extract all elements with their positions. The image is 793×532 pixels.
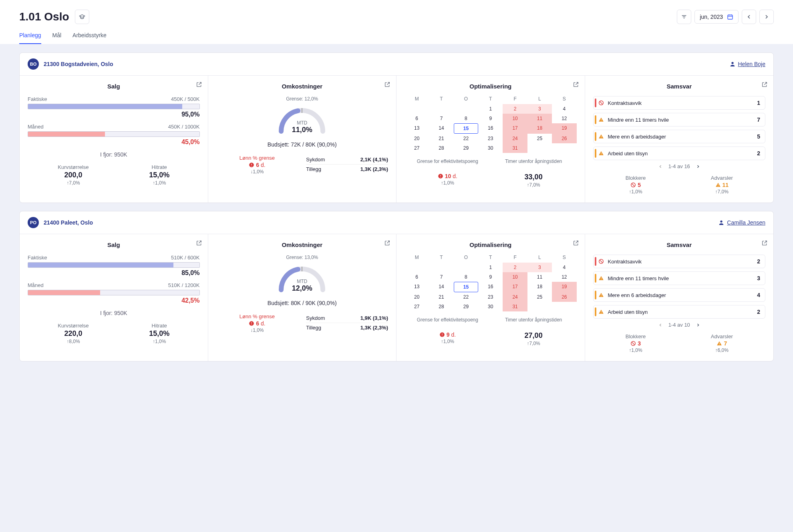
cal-cell[interactable]: 26 (552, 134, 576, 143)
compliance-count: 2 (757, 309, 760, 315)
cal-cell[interactable]: 10 (503, 272, 527, 282)
cal-cell[interactable]: 21 (429, 292, 453, 302)
cal-cell[interactable]: 9 (478, 114, 503, 123)
cal-cell[interactable]: 4 (552, 263, 576, 272)
expand-omkostninger[interactable] (384, 240, 390, 246)
cal-cell[interactable]: 30 (478, 302, 503, 311)
expand-omkostninger[interactable] (384, 81, 390, 88)
cal-cell[interactable]: 1 (478, 104, 503, 114)
cal-cell[interactable]: 17 (503, 123, 527, 134)
cal-cell[interactable]: 24 (503, 134, 527, 143)
expand-salg[interactable] (196, 240, 202, 246)
cal-cell[interactable]: 14 (429, 282, 453, 292)
svg-line-24 (632, 184, 635, 187)
cal-cell[interactable]: 7 (429, 272, 453, 282)
date-picker[interactable]: jun, 2023 (694, 10, 739, 24)
cal-cell[interactable]: 12 (552, 272, 576, 282)
cal-cell[interactable]: 4 (552, 104, 576, 114)
expand-optimalisering[interactable] (573, 240, 579, 246)
blokkere-value: 5 (626, 182, 646, 188)
cal-cell[interactable]: 6 (405, 272, 429, 282)
cal-cell[interactable]: 13 (405, 282, 429, 292)
store-user-link[interactable]: Camilla Jensen (718, 219, 765, 226)
compliance-item[interactable]: Kontraktsavvik 1 (593, 96, 766, 110)
cal-cell[interactable]: 22 (454, 292, 478, 302)
cal-cell[interactable]: 31 (503, 143, 527, 153)
cal-cell[interactable]: 29 (454, 143, 478, 153)
cal-cell[interactable]: 28 (429, 143, 453, 153)
pager-next[interactable] (696, 164, 700, 169)
cal-cell[interactable]: 19 (552, 123, 576, 134)
cal-cell[interactable]: 16 (478, 123, 503, 134)
cal-cell[interactable]: 17 (503, 282, 527, 292)
cal-cell[interactable]: 12 (552, 114, 576, 123)
cal-cell[interactable]: 22 (454, 134, 478, 143)
cal-cell[interactable]: 3 (527, 104, 552, 114)
cal-cell[interactable]: 7 (429, 114, 453, 123)
cal-cell[interactable]: 1 (478, 263, 503, 272)
cal-cell[interactable]: 20 (405, 292, 429, 302)
cal-cell[interactable]: 19 (552, 282, 576, 292)
expand-salg[interactable] (196, 81, 202, 88)
cal-cell[interactable]: 13 (405, 123, 429, 134)
cal-cell[interactable]: 8 (454, 114, 478, 123)
compliance-item[interactable]: Mindre enn 11 timers hvile 3 (593, 271, 766, 285)
compliance-item[interactable]: Mere enn 6 arbeidsdager 5 (593, 130, 766, 143)
cal-day-header: L (527, 255, 552, 260)
cal-day-header: T (429, 96, 453, 102)
pager-next[interactable] (696, 323, 700, 327)
cal-cell[interactable]: 18 (527, 123, 552, 134)
cal-cell[interactable]: 29 (454, 302, 478, 311)
compliance-item[interactable]: Mere enn 6 arbeidsdager 4 (593, 288, 766, 302)
cal-cell[interactable]: 15 (454, 282, 478, 292)
cal-cell[interactable]: 25 (527, 292, 552, 302)
compliance-item[interactable]: Mindre enn 11 timers hvile 7 (593, 113, 766, 126)
tab-arbeidsstyrke[interactable]: Arbeidsstyrke (72, 32, 107, 44)
cal-cell[interactable]: 18 (527, 282, 552, 292)
cal-cell[interactable]: 23 (478, 134, 503, 143)
cal-cell[interactable]: 3 (527, 263, 552, 272)
next-button[interactable] (759, 10, 774, 24)
graduation-icon-button[interactable] (75, 10, 89, 24)
cal-cell[interactable]: 27 (405, 143, 429, 153)
cal-cell[interactable]: 21 (429, 134, 453, 143)
cal-cell[interactable]: 2 (503, 263, 527, 272)
cal-cell[interactable]: 8 (454, 272, 478, 282)
store-name[interactable]: 21300 Bogstadveien, Oslo (44, 61, 113, 67)
page-title: 1.01 Oslo (19, 10, 69, 23)
store-user-link[interactable]: Helen Boje (729, 61, 766, 67)
expand-samsvar[interactable] (761, 81, 768, 88)
cal-cell[interactable]: 16 (478, 282, 503, 292)
pager-prev[interactable] (658, 323, 663, 327)
cal-cell[interactable]: 6 (405, 114, 429, 123)
cal-cell[interactable]: 10 (503, 114, 527, 123)
cal-cell[interactable]: 24 (503, 292, 527, 302)
compliance-item[interactable]: Arbeid uten tilsyn 2 (593, 147, 766, 160)
filter-button[interactable] (677, 10, 691, 24)
expand-samsvar[interactable] (761, 240, 768, 246)
cal-cell[interactable]: 2 (503, 104, 527, 114)
cal-cell[interactable]: 15 (454, 123, 478, 134)
hitrate-label: Hitrate (149, 164, 169, 170)
cal-cell[interactable]: 9 (478, 272, 503, 282)
cal-cell[interactable]: 31 (503, 302, 527, 311)
cal-cell[interactable]: 14 (429, 123, 453, 134)
cal-cell[interactable]: 11 (527, 272, 552, 282)
prev-button[interactable] (742, 10, 756, 24)
expand-optimalisering[interactable] (573, 81, 579, 88)
compliance-item[interactable]: Arbeid uten tilsyn 2 (593, 305, 766, 319)
tab-planlegg[interactable]: Planlegg (19, 32, 41, 44)
cal-cell[interactable]: 25 (527, 134, 552, 143)
cal-cell-empty (405, 104, 429, 114)
tab-mal[interactable]: Mål (52, 32, 62, 44)
cal-cell[interactable]: 30 (478, 143, 503, 153)
compliance-item[interactable]: Kontraktsavvik 2 (593, 255, 766, 268)
cal-cell[interactable]: 23 (478, 292, 503, 302)
store-name[interactable]: 21400 Paleet, Oslo (44, 219, 93, 226)
cal-cell[interactable]: 11 (527, 114, 552, 123)
cal-cell[interactable]: 26 (552, 292, 576, 302)
cal-cell[interactable]: 28 (429, 302, 453, 311)
pager-prev[interactable] (658, 164, 663, 169)
cal-cell[interactable]: 20 (405, 134, 429, 143)
cal-cell[interactable]: 27 (405, 302, 429, 311)
